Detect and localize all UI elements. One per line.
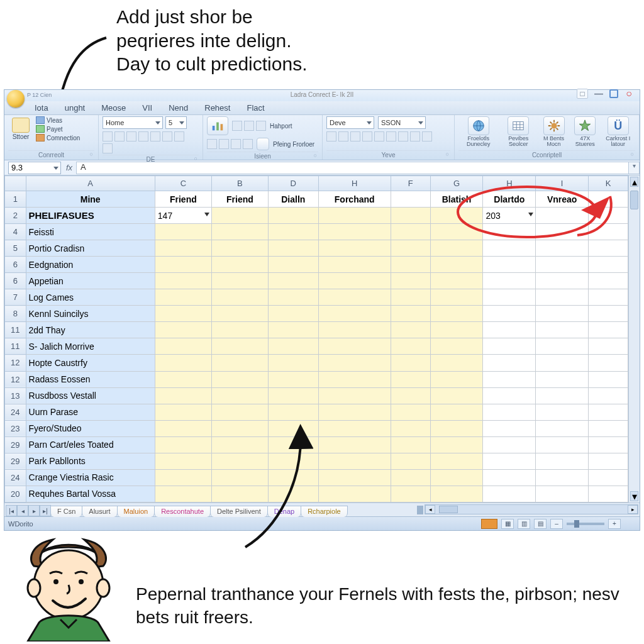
office-orb-button[interactable] — [7, 90, 25, 108]
merge-icon[interactable] — [243, 139, 253, 149]
ribbon-button-carkrost[interactable]: Ü Carkrost I latour — [601, 116, 635, 147]
cell[interactable] — [211, 436, 268, 453]
cell[interactable] — [155, 322, 211, 338]
cell[interactable] — [430, 355, 483, 371]
cell[interactable] — [589, 355, 628, 371]
cell[interactable] — [211, 453, 268, 469]
border-button[interactable] — [138, 131, 148, 142]
cell[interactable] — [483, 469, 536, 486]
cell[interactable]: Friend — [211, 191, 268, 208]
cell[interactable] — [318, 404, 391, 420]
row-header[interactable]: 5 — [5, 240, 26, 257]
cell[interactable] — [430, 322, 483, 338]
cell[interactable] — [391, 338, 430, 355]
cell[interactable] — [430, 273, 483, 289]
cell[interactable] — [155, 273, 211, 289]
ribbon-small-vleas[interactable]: Vleas — [36, 116, 80, 124]
cell[interactable] — [155, 338, 211, 355]
row-header[interactable]: 8 — [5, 306, 26, 322]
cell[interactable] — [589, 420, 628, 436]
cell[interactable] — [536, 257, 589, 273]
cell[interactable] — [483, 420, 536, 436]
sheet-tab[interactable]: F Csn — [50, 506, 82, 517]
cell[interactable] — [483, 387, 536, 404]
sheet-tab[interactable]: Rescontahute — [154, 506, 211, 517]
cell[interactable] — [318, 208, 391, 224]
cell[interactable] — [318, 289, 391, 306]
comma-icon[interactable] — [350, 131, 360, 142]
ribbon-label-pfeing[interactable]: Pfeing Frorloer — [273, 141, 314, 148]
cell[interactable] — [391, 355, 430, 371]
cell[interactable]: Dlartdo — [483, 191, 536, 208]
status-record-indicator[interactable] — [481, 519, 497, 529]
cell[interactable] — [430, 404, 483, 420]
cell[interactable] — [483, 355, 536, 371]
ribbon-tab-3[interactable]: VII — [140, 102, 155, 114]
indent-right-icon[interactable] — [398, 131, 408, 142]
cell[interactable]: Mine — [26, 191, 155, 208]
cell[interactable] — [155, 306, 211, 322]
cell[interactable] — [391, 208, 430, 224]
cell[interactable]: Log Cames — [26, 289, 155, 306]
cell[interactable] — [430, 208, 483, 224]
cell[interactable] — [268, 453, 318, 469]
col-header[interactable]: I — [536, 176, 589, 191]
window-maximize-button[interactable] — [609, 89, 618, 98]
formula-expand-button[interactable]: ▾ — [628, 162, 640, 174]
cell[interactable]: Feissti — [26, 224, 155, 240]
cell[interactable] — [211, 486, 268, 502]
cell[interactable] — [318, 469, 391, 486]
cell[interactable] — [483, 306, 536, 322]
row-header[interactable]: 11 — [5, 322, 26, 338]
cell[interactable] — [211, 420, 268, 436]
scroll-up-button[interactable]: ▴ — [630, 177, 638, 187]
cell[interactable]: 2dd Thay — [26, 322, 155, 338]
row-header[interactable]: 12 — [5, 355, 26, 371]
col-header[interactable]: H — [318, 176, 391, 191]
cell[interactable]: Vnreao — [536, 191, 589, 208]
cell[interactable] — [211, 469, 268, 486]
row-header[interactable]: 2 — [5, 208, 26, 224]
cell[interactable] — [155, 240, 211, 257]
cell[interactable] — [536, 306, 589, 322]
view-layout-button[interactable]: ▥ — [518, 519, 530, 529]
sheet-nav-prev[interactable]: ◂ — [17, 505, 28, 516]
cell[interactable] — [268, 469, 318, 486]
underline-button[interactable] — [126, 131, 136, 142]
name-box[interactable]: 9.3 — [8, 162, 61, 174]
cell[interactable] — [211, 208, 268, 224]
cell[interactable]: Portio Cradisn — [26, 240, 155, 257]
zoom-slider[interactable] — [567, 523, 604, 525]
cell[interactable] — [536, 387, 589, 404]
cell[interactable] — [589, 322, 628, 338]
cell[interactable] — [536, 208, 589, 224]
wrap-text-icon[interactable] — [410, 131, 420, 142]
ribbon-small-connection[interactable]: Comnection — [36, 134, 80, 142]
grow-font-button[interactable] — [174, 131, 184, 142]
ribbon-tab-4[interactable]: Nend — [166, 102, 191, 114]
cell[interactable] — [211, 273, 268, 289]
cell[interactable] — [391, 306, 430, 322]
row-header[interactable]: 4 — [5, 224, 26, 240]
cell[interactable] — [589, 486, 628, 502]
shape-icon[interactable] — [232, 121, 242, 131]
cell[interactable] — [318, 338, 391, 355]
cell[interactable] — [589, 306, 628, 322]
font-color-button[interactable] — [162, 131, 172, 142]
cell[interactable] — [268, 436, 318, 453]
cell[interactable]: Blatish — [430, 191, 483, 208]
row-header[interactable]: 6 — [5, 273, 26, 289]
decrease-decimal-icon[interactable] — [374, 131, 384, 142]
cell[interactable] — [268, 371, 318, 387]
cell[interactable] — [483, 371, 536, 387]
cell[interactable] — [536, 436, 589, 453]
cell[interactable] — [211, 322, 268, 338]
cell[interactable] — [391, 436, 430, 453]
row-header[interactable]: 24 — [5, 469, 26, 486]
cell[interactable] — [155, 404, 211, 420]
cell[interactable] — [391, 453, 430, 469]
ribbon-tab-5[interactable]: Rehest — [202, 102, 233, 114]
cell[interactable] — [430, 224, 483, 240]
cell[interactable] — [430, 240, 483, 257]
cell[interactable] — [318, 371, 391, 387]
